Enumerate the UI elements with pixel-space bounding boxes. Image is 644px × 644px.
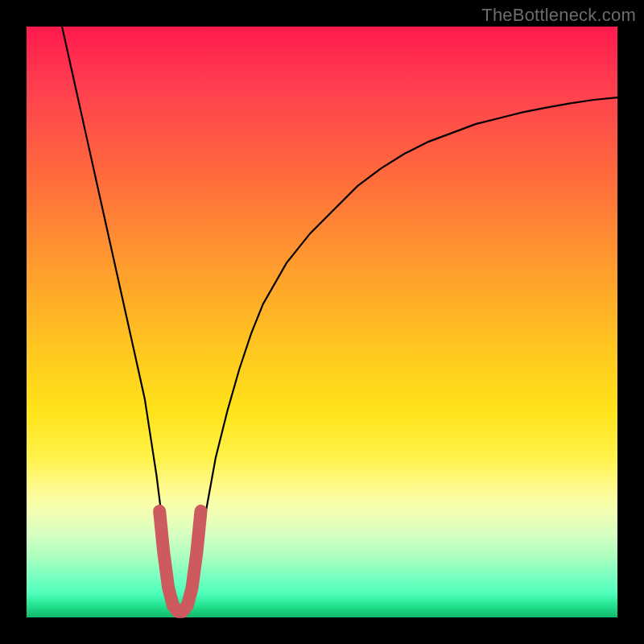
chart-frame: TheBottleneck.com (0, 0, 644, 644)
watermark-text: TheBottleneck.com (481, 5, 636, 26)
series-highlight (159, 511, 200, 612)
plot-area (27, 27, 617, 617)
series-curve (62, 27, 617, 612)
chart-svg (27, 27, 617, 617)
